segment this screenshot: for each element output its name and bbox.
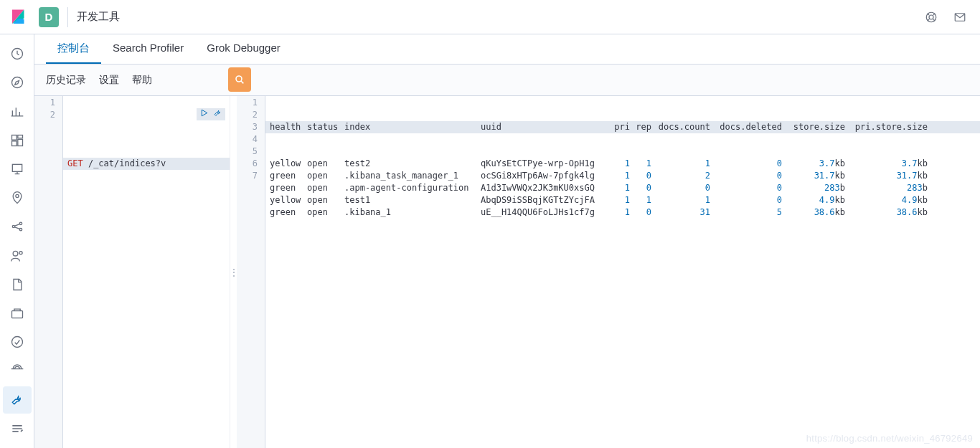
nav-apm-icon[interactable] <box>3 300 32 327</box>
request-editor[interactable]: GET /_cat/indices?v <box>63 96 230 448</box>
request-pane[interactable]: 1 2 GET /_cat/indices?v <box>34 96 230 448</box>
request-gutter: 1 2 <box>34 96 63 448</box>
tabs: 控制台 Search Profiler Grok Debugger <box>34 34 980 65</box>
nav-discover-icon[interactable] <box>3 69 32 96</box>
response-row: greenopen.kibana_task_manager_1ocSGi8xHT… <box>265 170 980 182</box>
svg-point-3 <box>929 15 933 19</box>
find-icon[interactable] <box>228 67 251 92</box>
history-link[interactable]: 历史记录 <box>46 74 86 87</box>
svg-point-14 <box>19 223 22 225</box>
mail-icon[interactable] <box>946 3 974 32</box>
svg-marker-21 <box>202 110 207 116</box>
svg-point-17 <box>19 251 22 254</box>
svg-point-6 <box>11 77 22 88</box>
left-nav <box>0 34 34 448</box>
tab-console[interactable]: 控制台 <box>46 34 101 64</box>
nav-infra-icon[interactable] <box>3 242 32 270</box>
svg-rect-11 <box>12 164 22 171</box>
main: 控制台 Search Profiler Grok Debugger 历史记录 设… <box>34 34 980 448</box>
nav-maps-icon[interactable] <box>3 184 32 211</box>
nav-logs-icon[interactable] <box>3 271 32 298</box>
divider <box>67 7 68 27</box>
app-title: 开发工具 <box>77 10 120 24</box>
response-row: greenopen.kibana_1uE__H14QQU6FoLJHs1cf7g… <box>265 206 980 219</box>
watermark: https://blog.csdn.net/weixin_46792649 <box>806 433 973 444</box>
tab-search-profiler[interactable]: Search Profiler <box>101 34 195 64</box>
response-pane: 1 2 3 4 5 6 7 health status index uuid p… <box>237 96 980 448</box>
help-link[interactable]: 帮助 <box>132 74 152 87</box>
nav-recent-icon[interactable] <box>3 40 32 67</box>
kibana-logo-icon[interactable] <box>10 9 27 26</box>
svg-point-19 <box>11 337 22 348</box>
svg-rect-9 <box>17 139 22 146</box>
nav-dashboard-icon[interactable] <box>3 127 32 154</box>
svg-point-12 <box>15 195 18 198</box>
svg-rect-10 <box>11 141 17 146</box>
wrench-icon[interactable] <box>213 108 222 121</box>
nav-devtools-icon[interactable] <box>3 386 32 414</box>
nav-siem-icon[interactable] <box>3 357 32 384</box>
svg-rect-8 <box>17 135 22 138</box>
nav-uptime-icon[interactable] <box>3 328 32 356</box>
response-gutter: 1 2 3 4 5 6 7 <box>237 96 265 448</box>
svg-rect-18 <box>11 311 22 318</box>
console-subbar: 历史记录 设置 帮助 <box>34 65 980 96</box>
response-row: greenopen.apm-agent-configurationA1d3IwV… <box>265 182 980 194</box>
response-body[interactable]: health status index uuid pri rep docs.co… <box>265 96 980 448</box>
send-request-icon[interactable] <box>199 108 209 121</box>
svg-point-16 <box>13 251 18 256</box>
editor-area: 1 2 GET /_cat/indices?v ⋮ 1 2 3 4 5 6 <box>34 96 980 448</box>
response-row: yellowopentest1AbqDS9iSSBqjKGTtZYcjFA111… <box>265 194 980 206</box>
pane-resizer[interactable]: ⋮ <box>230 96 237 448</box>
nav-collapse-icon[interactable] <box>3 415 32 442</box>
logo-area: D <box>6 7 59 27</box>
top-header: D 开发工具 <box>0 0 980 34</box>
nav-canvas-icon[interactable] <box>3 156 32 183</box>
tab-grok-debugger[interactable]: Grok Debugger <box>195 34 292 64</box>
svg-point-13 <box>12 226 14 228</box>
response-row: yellowopentest2qKuYsEtCTPye-wrp-OpH1g111… <box>265 158 980 170</box>
nav-ml-icon[interactable] <box>3 213 32 240</box>
svg-point-15 <box>19 229 22 231</box>
help-icon[interactable] <box>917 3 946 32</box>
svg-rect-7 <box>11 135 17 140</box>
settings-link[interactable]: 设置 <box>99 74 119 87</box>
svg-point-20 <box>236 76 242 82</box>
nav-visualize-icon[interactable] <box>3 97 32 125</box>
space-selector[interactable]: D <box>39 7 59 27</box>
